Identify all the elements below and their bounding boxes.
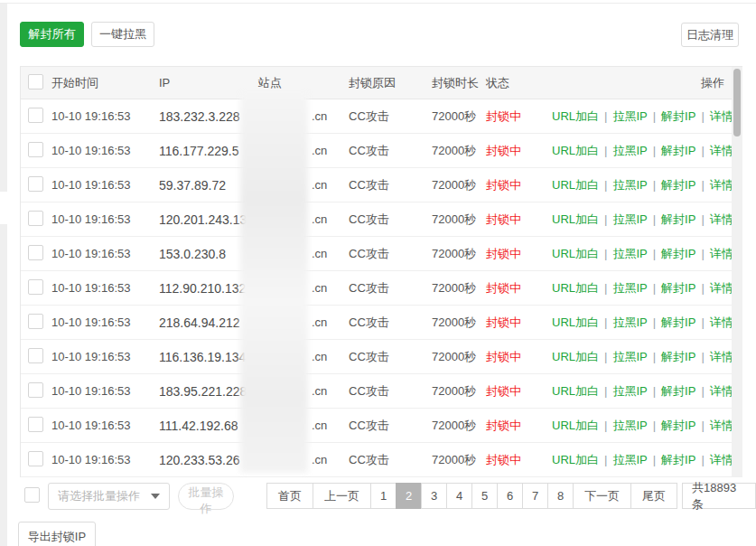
action-details[interactable]: 详情 xyxy=(710,419,733,432)
action-separator: | xyxy=(604,350,607,363)
action-unban-ip[interactable]: 解封IP xyxy=(661,419,695,432)
action-unban-ip[interactable]: 解封IP xyxy=(661,315,695,329)
action-url-whitelist[interactable]: URL加白 xyxy=(552,419,599,432)
site-domain-suffix: .cn xyxy=(312,315,327,329)
action-details[interactable]: 详情 xyxy=(710,453,733,466)
page-7[interactable]: 7 xyxy=(522,483,548,509)
page-1[interactable]: 1 xyxy=(370,483,397,509)
action-blacklist-ip[interactable]: 拉黑IP xyxy=(612,315,647,329)
pagination-next[interactable]: 下一页 xyxy=(573,483,631,509)
action-url-whitelist[interactable]: URL加白 xyxy=(552,212,599,226)
action-unban-ip[interactable]: 解封IP xyxy=(661,144,695,157)
action-unban-ip[interactable]: 解封IP xyxy=(661,247,695,260)
action-url-whitelist[interactable]: URL加白 xyxy=(552,453,599,466)
action-blacklist-ip[interactable]: 拉黑IP xyxy=(612,109,647,123)
action-blacklist-ip[interactable]: 拉黑IP xyxy=(612,350,647,363)
cell-start-time: 10-10 19:16:53 xyxy=(51,384,159,398)
action-blacklist-ip[interactable]: 拉黑IP xyxy=(612,247,647,260)
chevron-down-icon xyxy=(151,494,160,499)
row-checkbox[interactable] xyxy=(28,142,43,157)
action-details[interactable]: 详情 xyxy=(710,109,733,123)
row-checkbox[interactable] xyxy=(28,382,43,398)
action-blacklist-ip[interactable]: 拉黑IP xyxy=(612,212,647,226)
action-url-whitelist[interactable]: URL加白 xyxy=(552,247,599,260)
action-details[interactable]: 详情 xyxy=(710,144,733,157)
cell-block-reason: CC攻击 xyxy=(349,349,432,365)
page-5[interactable]: 5 xyxy=(471,483,498,509)
action-blacklist-ip[interactable]: 拉黑IP xyxy=(612,281,647,295)
action-separator: | xyxy=(653,281,656,295)
unban-all-button[interactable]: 解封所有 xyxy=(20,22,84,47)
select-all-checkbox[interactable] xyxy=(28,74,43,89)
action-unban-ip[interactable]: 解封IP xyxy=(661,178,695,192)
pagination-prev[interactable]: 上一页 xyxy=(313,483,371,509)
table-row: 10-10 19:16:53 116.136.19.134 .cn CC攻击 7… xyxy=(21,340,742,374)
export-blocked-ip-button[interactable]: 导出封锁IP xyxy=(18,522,96,546)
action-url-whitelist[interactable]: URL加白 xyxy=(552,350,599,363)
action-url-whitelist[interactable]: URL加白 xyxy=(552,281,599,295)
page-4[interactable]: 4 xyxy=(446,483,472,509)
action-details[interactable]: 详情 xyxy=(710,281,733,295)
row-checkbox[interactable] xyxy=(28,314,43,329)
row-checkbox[interactable] xyxy=(28,245,43,260)
bulk-apply-button[interactable]: 批量操作 xyxy=(178,483,234,510)
bulk-action-select[interactable]: 请选择批量操作 xyxy=(48,483,170,510)
pagination: 首页 上一页 12345678 下一页 尾页 xyxy=(267,483,677,509)
table-scrollbar[interactable] xyxy=(732,67,742,476)
action-unban-ip[interactable]: 解封IP xyxy=(661,384,695,398)
row-checkbox[interactable] xyxy=(28,279,43,295)
page-3[interactable]: 3 xyxy=(421,483,447,509)
cell-block-reason: CC攻击 xyxy=(349,418,432,434)
action-blacklist-ip[interactable]: 拉黑IP xyxy=(612,178,647,192)
cell-block-duration: 72000秒 xyxy=(432,280,486,297)
status-badge: 封锁中 xyxy=(486,383,552,400)
pagination-first[interactable]: 首页 xyxy=(266,483,313,509)
action-url-whitelist[interactable]: URL加白 xyxy=(552,109,599,123)
table-row: 10-10 19:16:53 183.232.3.228 .cn CC攻击 72… xyxy=(21,99,742,134)
cell-block-duration: 72000秒 xyxy=(432,177,486,193)
action-unban-ip[interactable]: 解封IP xyxy=(661,281,695,295)
action-separator: | xyxy=(701,109,704,123)
page-2[interactable]: 2 xyxy=(396,483,422,509)
row-checkbox[interactable] xyxy=(28,451,43,466)
action-details[interactable]: 详情 xyxy=(710,212,733,226)
blacklist-all-button[interactable]: 一键拉黑 xyxy=(91,22,154,47)
action-blacklist-ip[interactable]: 拉黑IP xyxy=(612,453,647,466)
scrollbar-thumb[interactable] xyxy=(733,69,741,136)
row-checkbox[interactable] xyxy=(28,211,43,226)
page-6[interactable]: 6 xyxy=(497,483,523,509)
action-unban-ip[interactable]: 解封IP xyxy=(661,109,695,123)
status-badge: 封锁中 xyxy=(486,418,552,434)
action-details[interactable]: 详情 xyxy=(710,350,733,363)
action-url-whitelist[interactable]: URL加白 xyxy=(552,178,599,192)
page-8[interactable]: 8 xyxy=(547,483,574,509)
pagination-last[interactable]: 尾页 xyxy=(630,483,677,509)
cell-start-time: 10-10 19:16:53 xyxy=(51,453,159,466)
header-actions: 操作 xyxy=(552,75,742,91)
cell-block-reason: CC攻击 xyxy=(349,108,432,125)
cell-actions: URL加白|拉黑IP|解封IP|详情 xyxy=(552,452,751,468)
action-separator: | xyxy=(653,419,656,432)
row-checkbox[interactable] xyxy=(28,176,43,192)
log-clean-button[interactable]: 日志清理 xyxy=(681,23,739,47)
bulk-select-checkbox[interactable] xyxy=(24,487,40,503)
action-details[interactable]: 详情 xyxy=(710,247,733,260)
cell-block-duration: 72000秒 xyxy=(432,108,486,125)
action-blacklist-ip[interactable]: 拉黑IP xyxy=(612,144,647,157)
action-details[interactable]: 详情 xyxy=(710,315,733,329)
action-separator: | xyxy=(701,144,704,157)
action-details[interactable]: 详情 xyxy=(710,384,733,398)
action-blacklist-ip[interactable]: 拉黑IP xyxy=(612,419,647,432)
action-separator: | xyxy=(604,178,607,192)
row-checkbox[interactable] xyxy=(28,108,43,123)
action-unban-ip[interactable]: 解封IP xyxy=(661,350,695,363)
row-checkbox[interactable] xyxy=(28,417,43,432)
action-blacklist-ip[interactable]: 拉黑IP xyxy=(612,384,647,398)
action-unban-ip[interactable]: 解封IP xyxy=(661,453,695,466)
row-checkbox[interactable] xyxy=(28,348,43,363)
action-url-whitelist[interactable]: URL加白 xyxy=(552,144,599,157)
action-url-whitelist[interactable]: URL加白 xyxy=(552,315,599,329)
action-url-whitelist[interactable]: URL加白 xyxy=(552,384,599,398)
action-unban-ip[interactable]: 解封IP xyxy=(661,212,695,226)
action-details[interactable]: 详情 xyxy=(710,178,733,192)
